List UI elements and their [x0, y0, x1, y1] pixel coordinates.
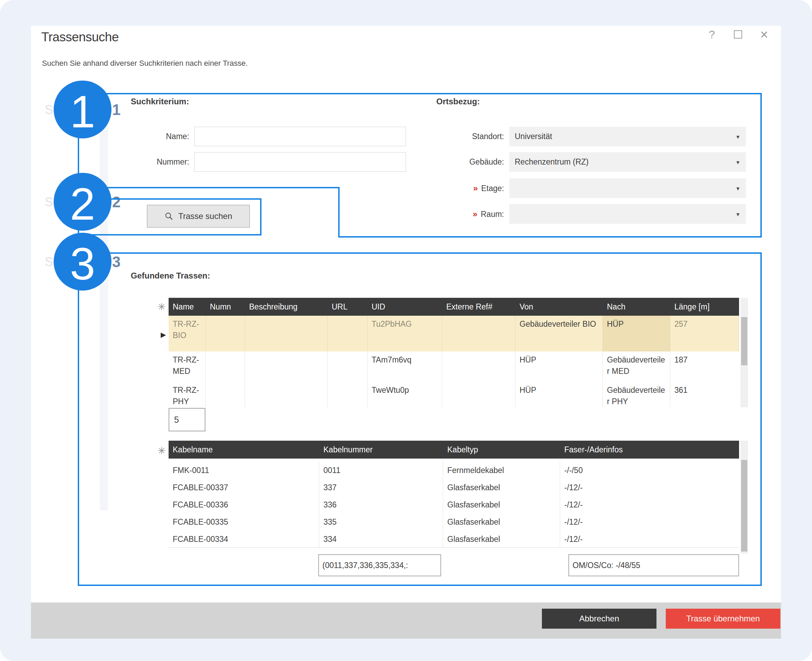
results-heading: Gefundene Trassen: [131, 271, 210, 281]
cell-kabelname[interactable]: FMK-0011 [169, 461, 319, 479]
table-row[interactable]: TR-RZ-PHY TweWtu0p HÜP Gebäudeverteiler … [169, 382, 739, 407]
table-row[interactable]: TR-RZ-MED TAm7m6vq HÜP Gebäudeverteiler … [169, 351, 739, 382]
cell-kabelnummer[interactable]: 0011 [319, 461, 443, 479]
column-header[interactable]: Externe Ref# [442, 298, 516, 316]
cell-kabelnummer[interactable]: 337 [319, 479, 443, 496]
cell-kabeltyp[interactable]: Glasfaserkabel [443, 479, 560, 496]
column-header[interactable]: Numn [206, 298, 245, 316]
cell-name[interactable]: TR-RZ-MED [169, 351, 206, 382]
kabel-table-scrollbar[interactable] [740, 441, 748, 554]
cell-von[interactable]: HÜP [516, 351, 603, 382]
cell-faser[interactable]: -/12/- [560, 513, 739, 530]
chevron-down-icon: ▼ [735, 159, 740, 165]
cell-laenge[interactable]: 187 [670, 351, 739, 382]
close-icon[interactable]: × [756, 27, 772, 42]
help-icon[interactable]: ? [704, 27, 720, 42]
cell-externe-ref[interactable] [442, 316, 516, 351]
cell-kabelname[interactable]: FCABLE-00335 [169, 513, 319, 530]
cell-url[interactable] [328, 316, 368, 351]
cell-kabeltyp[interactable]: Glasfaserkabel [443, 513, 560, 530]
column-header[interactable]: Kabelnummer [319, 441, 443, 458]
cell-url[interactable] [328, 351, 368, 382]
table-row-selected[interactable]: TR-RZ-BIO Tu2PbHAG Gebäudeverteiler BIO … [169, 316, 739, 351]
column-header[interactable]: Kabelname [169, 441, 319, 458]
cell-nach[interactable]: Gebäudeverteiler MED [603, 351, 670, 382]
cell-faser[interactable]: -/12/- [560, 496, 739, 513]
column-header[interactable]: Kabeltyp [443, 441, 560, 458]
cell-von[interactable]: HÜP [516, 382, 603, 407]
cell-nach[interactable]: Gebäudeverteiler PHY [603, 382, 670, 407]
cell-nach-focused[interactable]: HÜP [603, 316, 670, 351]
etage-row: »Etage: ▼ [437, 178, 747, 198]
cell-uid[interactable]: Tu2PbHAG [368, 316, 442, 351]
cell-faser[interactable]: -/12/- [560, 479, 739, 496]
name-input[interactable] [194, 127, 406, 146]
cell-url[interactable] [328, 382, 368, 407]
cell-numn[interactable] [206, 351, 245, 382]
search-icon [164, 212, 174, 221]
table-row[interactable]: FCABLE-00336 336 Glasfaserkabel -/12/- [169, 496, 739, 513]
cell-kabelnummer[interactable]: 336 [319, 496, 443, 513]
cell-faser[interactable]: -/-/50 [560, 461, 739, 479]
trassen-table-scrollbar[interactable] [740, 298, 748, 407]
cell-kabeltyp[interactable]: Fernmeldekabel [443, 461, 560, 479]
cell-name[interactable]: TR-RZ-BIO [169, 316, 206, 351]
cell-kabelname[interactable]: FCABLE-00337 [169, 479, 319, 496]
table-row[interactable]: FCABLE-00337 337 Glasfaserkabel -/12/- [169, 479, 739, 496]
cell-uid[interactable]: TAm7m6vq [368, 351, 442, 382]
cell-laenge[interactable]: 257 [670, 316, 739, 351]
maximize-icon[interactable] [730, 27, 746, 42]
cell-name[interactable]: TR-RZ-PHY [169, 382, 206, 407]
cell-numn[interactable] [206, 382, 245, 407]
table-row[interactable]: FCABLE-00335 335 Glasfaserkabel -/12/- [169, 513, 739, 530]
raum-dropdown[interactable]: ▼ [509, 204, 746, 224]
kabelnummer-summary-box[interactable]: (0011,337,336,335,334,: [318, 554, 441, 576]
standort-dropdown[interactable]: Universität ▼ [509, 127, 746, 146]
scrollbar-thumb[interactable] [741, 317, 747, 365]
scrollbar-thumb[interactable] [741, 460, 747, 551]
cell-kabelnummer[interactable]: 334 [319, 530, 443, 548]
cell-kabelnummer[interactable]: 335 [319, 513, 443, 530]
row-count-box[interactable]: 5 [169, 408, 205, 431]
cell-kabelname[interactable]: FCABLE-00334 [169, 530, 319, 548]
grid-settings-icon[interactable]: ✳ [158, 301, 166, 313]
column-header[interactable]: Name [169, 298, 206, 316]
cell-von[interactable]: Gebäudeverteiler BIO [516, 316, 603, 351]
window-controls: ? × [704, 27, 772, 42]
standort-row: Standort: Universität ▼ [437, 127, 747, 146]
cell-kabelname[interactable]: FCABLE-00336 [169, 496, 319, 513]
column-header[interactable]: Faser-/Aderinfos [560, 441, 739, 458]
grid-settings-icon[interactable]: ✳ [158, 445, 166, 457]
column-header[interactable]: URL [328, 298, 368, 316]
apply-button[interactable]: Trasse übernehmen [666, 609, 780, 629]
cell-uid[interactable]: TweWtu0p [368, 382, 442, 407]
cell-externe-ref[interactable] [442, 382, 516, 407]
cell-numn[interactable] [206, 316, 245, 351]
cell-beschreibung[interactable] [245, 316, 328, 351]
screenshot-canvas: Trassensuche Suchen Sie anhand diverser … [0, 0, 812, 661]
cell-beschreibung[interactable] [245, 351, 328, 382]
cell-beschreibung[interactable] [245, 382, 328, 407]
column-header[interactable]: Nach [603, 298, 670, 316]
cell-laenge[interactable]: 361 [670, 382, 739, 407]
gebaeude-dropdown[interactable]: Rechenzentrum (RZ) ▼ [509, 152, 746, 172]
column-header[interactable]: Länge [m] [670, 298, 739, 316]
column-header[interactable]: Von [516, 298, 603, 316]
number-input[interactable] [194, 152, 406, 172]
column-header[interactable]: UID [368, 298, 442, 316]
cell-kabeltyp[interactable]: Glasfaserkabel [443, 496, 560, 513]
cell-kabeltyp[interactable]: Glasfaserkabel [443, 530, 560, 548]
cell-externe-ref[interactable] [442, 351, 516, 382]
number-row: Nummer: [131, 152, 406, 172]
table-row[interactable]: FMK-0011 0011 Fernmeldekabel -/-/50 [169, 461, 739, 479]
trasse-suchen-button[interactable]: Trasse suchen [147, 205, 250, 228]
kabel-table-body: FMK-0011 0011 Fernmeldekabel -/-/50 FCAB… [169, 458, 739, 548]
cancel-button[interactable]: Abbrechen [542, 609, 656, 629]
table-row[interactable]: FCABLE-00334 334 Glasfaserkabel -/12/- [169, 530, 739, 548]
faser-summary-box[interactable]: OM/OS/Co: -/48/55 [568, 554, 739, 576]
cell-faser[interactable]: -/12/- [560, 530, 739, 548]
column-header[interactable]: Beschreibung [245, 298, 328, 316]
etage-dropdown[interactable]: ▼ [509, 178, 746, 198]
gebaeude-label: Gebäude: [437, 157, 504, 167]
number-label: Nummer: [131, 157, 189, 167]
